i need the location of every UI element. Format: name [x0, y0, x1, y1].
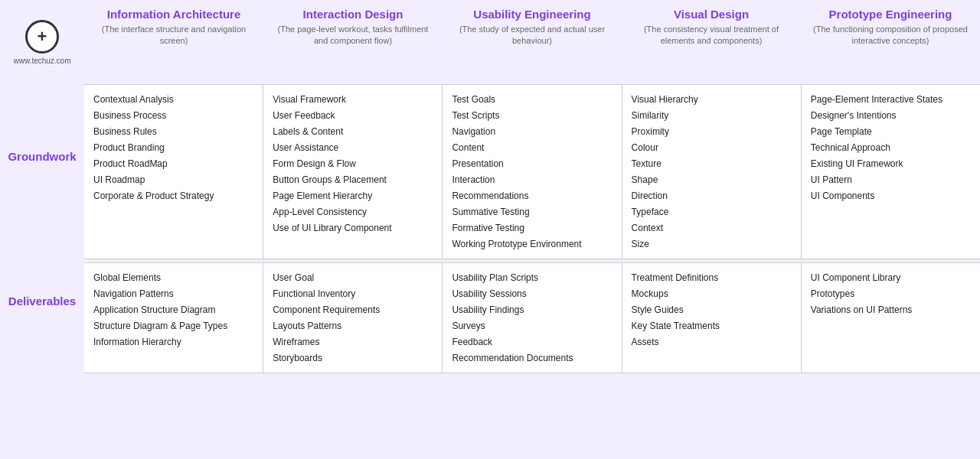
col-title-3: Visual Design [674, 8, 749, 21]
groundwork-label: Groundwork [0, 84, 84, 229]
logo: + www.techuz.com [13, 20, 70, 65]
groundwork-cell-1: Visual FrameworkUser FeedbackLabels & Co… [263, 85, 443, 259]
list-item: Global Elements [93, 271, 253, 285]
list-item: Recommendations [452, 189, 612, 203]
logo-text: www.techuz.com [13, 57, 70, 65]
list-item: Wireframes [273, 335, 433, 349]
sidebar: + www.techuz.com Groundwork Deliverables [0, 0, 84, 373]
list-item: UI Components [811, 189, 971, 203]
sidebar-header: + www.techuz.com [0, 0, 84, 84]
list-item: User Goal [273, 271, 433, 285]
list-item: Test Scripts [452, 109, 612, 122]
list-item: Business Process [93, 109, 253, 122]
list-item: Storyboards [273, 351, 433, 365]
list-item: Structure Diagram & Page Types [93, 319, 253, 333]
col-sub-1: (The page-level workout, tasks fulfilmen… [270, 24, 436, 47]
rows-section: Contextual AnalysisBusiness ProcessBusin… [84, 84, 980, 373]
list-item: Mockups [632, 287, 792, 301]
list-item: Visual Hierarchy [632, 93, 792, 106]
list-item: Functional Inventory [273, 287, 433, 301]
deliverables-cell-4: UI Component LibraryPrototypesVariations… [802, 263, 980, 373]
list-item: Page Element Hierarchy [273, 189, 433, 203]
list-item: Component Requirements [273, 303, 433, 317]
list-item: Product Branding [93, 141, 253, 155]
list-item: Labels & Content [273, 125, 433, 138]
page-wrapper: + www.techuz.com Groundwork Deliverables… [0, 0, 980, 373]
list-item: Working Prototype Environment [452, 237, 612, 251]
list-item: Style Guides [632, 303, 792, 317]
list-item: Contextual Analysis [93, 93, 253, 106]
list-item: Size [632, 237, 792, 251]
list-item: Usability Findings [452, 303, 612, 317]
deliverables-label: Deliverables [0, 229, 84, 373]
list-item: Navigation [452, 125, 612, 138]
list-item: Product RoadMap [93, 157, 253, 171]
list-item: Page-Element Interactive States [811, 93, 971, 106]
list-item: User Assistance [273, 141, 433, 155]
list-item: Assets [632, 335, 792, 349]
column-headers: Information Architecture (The interface … [84, 0, 980, 84]
list-item: Layouts Patterns [273, 319, 433, 333]
list-item: Proximity [632, 125, 792, 138]
col-sub-0: (The interface structure and navigation … [90, 24, 257, 47]
list-item: Business Rules [93, 125, 253, 138]
list-item: Use of UI Library Component [273, 221, 433, 235]
list-item: UI Pattern [811, 173, 971, 187]
groundwork-row: Contextual AnalysisBusiness ProcessBusin… [84, 84, 980, 259]
list-item: Corporate & Product Strategy [93, 189, 253, 203]
list-item: Form Design & Flow [273, 157, 433, 171]
deliverables-row: Global ElementsNavigation PatternsApplic… [84, 262, 980, 373]
col-header-2: Usability Engineering (The study of expe… [443, 0, 622, 84]
list-item: Content [452, 141, 612, 155]
list-item: Button Groups & Placement [273, 173, 433, 187]
list-item: Variations on UI Patterns [811, 303, 971, 317]
col-header-1: Interaction Design (The page-level worko… [263, 0, 443, 84]
list-item: Formative Testing [452, 221, 612, 235]
col-header-4: Prototype Engineering (The functioning c… [801, 0, 980, 84]
deliverables-cell-2: Usability Plan ScriptsUsability Sessions… [443, 263, 622, 373]
list-item: Similarity [632, 109, 792, 122]
list-item: Visual Framework [273, 93, 433, 106]
list-item: Designer's Intentions [811, 109, 971, 122]
list-item: Page Template [811, 125, 971, 138]
col-title-2: Usability Engineering [473, 8, 590, 21]
list-item: Surveys [452, 319, 612, 333]
col-title-0: Information Architecture [107, 8, 240, 21]
deliverables-cell-0: Global ElementsNavigation PatternsApplic… [84, 263, 263, 373]
col-title-1: Interaction Design [303, 8, 403, 21]
col-sub-3: (The consistency visual treatment of ele… [628, 24, 795, 47]
list-item: Recommendation Documents [452, 351, 612, 365]
list-item: User Feedback [273, 109, 433, 122]
list-item: Usability Sessions [452, 287, 612, 301]
list-item: Test Goals [452, 93, 612, 106]
list-item: UI Roadmap [93, 173, 253, 187]
list-item: Summative Testing [452, 205, 612, 219]
list-item: Navigation Patterns [93, 287, 253, 301]
list-item: Typeface [632, 205, 792, 219]
list-item: Information Hierarchy [93, 335, 253, 349]
col-title-4: Prototype Engineering [829, 8, 952, 21]
list-item: Interaction [452, 173, 612, 187]
col-sub-4: (The functioning composition of proposed… [807, 24, 974, 47]
list-item: Feedback [452, 335, 612, 349]
col-header-0: Information Architecture (The interface … [84, 0, 263, 84]
list-item: Colour [632, 141, 792, 155]
list-item: Technical Approach [811, 141, 971, 155]
col-sub-2: (The study of expected and actual user b… [449, 24, 616, 47]
list-item: Prototypes [811, 287, 971, 301]
list-item: Treatment Definitions [632, 271, 792, 285]
list-item: Existing UI Framework [811, 157, 971, 171]
list-item: Key State Treatments [632, 319, 792, 333]
groundwork-cell-2: Test GoalsTest ScriptsNavigationContentP… [443, 85, 622, 259]
list-item: Texture [632, 157, 792, 171]
groundwork-cell-3: Visual HierarchySimilarityProximityColou… [622, 85, 802, 259]
list-item: Usability Plan Scripts [452, 271, 612, 285]
list-item: Direction [632, 189, 792, 203]
deliverables-cell-1: User GoalFunctional InventoryComponent R… [263, 263, 443, 373]
list-item: Presentation [452, 157, 612, 171]
list-item: Shape [632, 173, 792, 187]
list-item: App-Level Consistency [273, 205, 433, 219]
deliverables-cell-3: Treatment DefinitionsMockupsStyle Guides… [622, 263, 802, 373]
list-item: Context [632, 221, 792, 235]
logo-icon: + [25, 20, 59, 54]
